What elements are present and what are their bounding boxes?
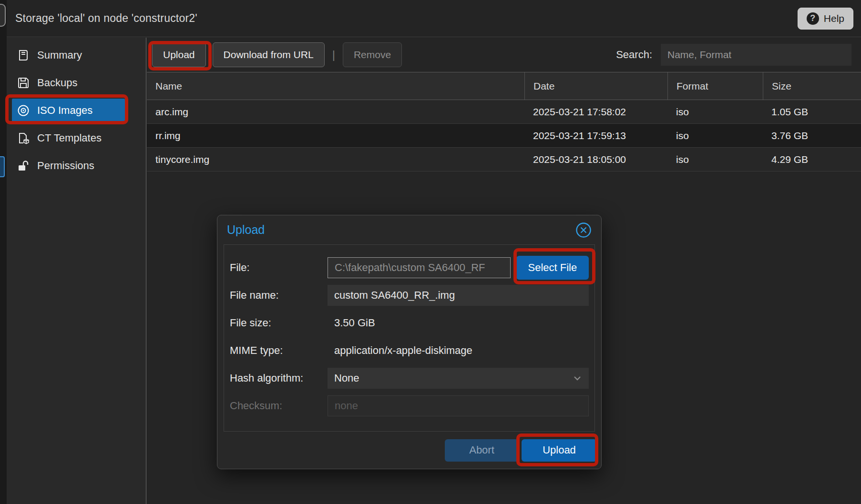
cell-name: rr.img [147,130,524,141]
sidebar-item-label: CT Templates [37,132,102,144]
column-header-date[interactable]: Date [524,72,667,100]
file-row: File: Select File [230,257,589,278]
filesize-label: File size: [230,317,328,329]
upload-dialog-header[interactable]: Upload [217,215,601,244]
checksum-label: Checksum: [230,400,328,412]
cell-date: 2025-03-21 18:05:00 [524,154,667,165]
checksum-input [328,395,589,416]
cell-date: 2025-03-21 17:58:02 [524,106,667,118]
search-label: Search: [616,49,652,61]
column-header-name[interactable]: Name [147,72,524,100]
cell-format: iso [667,106,763,118]
hidden-tree-selection-fragment [0,156,5,177]
abort-button: Abort [445,439,519,462]
search-input[interactable] [661,44,851,66]
sidebar-item-label: Backups [37,77,77,89]
book-icon [17,49,30,62]
table-row[interactable]: tinycore.img 2025-03-21 18:05:00 iso 4.2… [147,148,861,171]
mime-label: MIME type: [230,344,328,357]
titlebar: Storage 'local' on node 'constructor2' ?… [7,0,861,37]
hash-row: Hash algorithm: None [230,368,589,389]
table-row[interactable]: rr.img 2025-03-21 17:59:13 iso 3.76 GB [147,124,861,148]
checksum-row: Checksum: [230,395,589,416]
cell-format: iso [667,154,763,165]
sidebar-item-label: Permissions [37,160,94,172]
sidebar-item-iso-images[interactable]: ISO Images [12,99,125,122]
cell-size: 3.76 GB [763,130,861,141]
unlock-icon [17,159,30,172]
sidebar-item-backups[interactable]: Backups [12,71,125,95]
close-icon[interactable] [575,222,592,238]
dialog-title: Upload [227,223,265,237]
file-path-input[interactable] [328,257,511,278]
cell-date: 2025-03-21 17:59:13 [524,130,667,141]
cell-format: iso [667,130,763,141]
cell-name: tinycore.img [147,154,524,165]
toolbar-separator: | [332,48,335,61]
floppy-icon [17,76,30,90]
hash-algorithm-select[interactable]: None [328,368,589,389]
mime-value: application/x-apple-diskimage [328,344,472,357]
filename-input[interactable] [328,285,589,306]
dialog-upload-button[interactable]: Upload [522,439,597,462]
sidebar-item-permissions[interactable]: Permissions [12,154,125,178]
cd-icon [17,104,30,117]
question-circle-icon: ? [807,12,819,25]
cell-name: arc.img [147,106,524,118]
select-file-button[interactable]: Select File [516,256,589,280]
sidebar-item-label: ISO Images [37,104,92,117]
storage-sidebar: Summary Backups ISO Images CT Templates … [7,38,146,504]
toolbar: Upload Download from URL | Remove Search… [147,38,861,72]
filename-label: File name: [230,289,328,302]
hidden-panel-tab [0,4,6,27]
hash-selected-value: None [334,372,359,384]
chevron-down-icon [573,373,582,383]
file-cube-icon [17,131,30,145]
cell-size: 4.29 GB [763,154,861,165]
collapsed-panel-strip [0,0,7,504]
cell-size: 1.05 GB [763,106,861,118]
hash-label: Hash algorithm: [230,372,328,384]
upload-dialog-body: File: Select File File name: File size: … [224,244,595,432]
upload-button[interactable]: Upload [152,42,206,67]
filesize-row: File size: 3.50 GiB [230,312,589,333]
help-button-label: Help [824,13,844,24]
column-header-format[interactable]: Format [667,72,763,100]
column-header-size[interactable]: Size [763,72,861,100]
remove-button: Remove [343,42,402,67]
help-button[interactable]: ? Help [798,8,853,30]
table-header: Name Date Format Size [147,72,861,100]
filesize-value: 3.50 GiB [328,317,375,329]
search-area: Search: [616,44,861,66]
mime-row: MIME type: application/x-apple-diskimage [230,340,589,361]
page-title: Storage 'local' on node 'constructor2' [15,12,197,25]
table-row[interactable]: arc.img 2025-03-21 17:58:02 iso 1.05 GB [147,100,861,124]
filename-row: File name: [230,285,589,306]
sidebar-item-summary[interactable]: Summary [12,43,125,67]
upload-dialog: Upload File: Select File File name: File… [217,215,602,469]
sidebar-item-label: Summary [37,49,82,61]
file-label: File: [230,262,328,274]
upload-dialog-footer: Abort Upload [217,432,601,469]
sidebar-item-ct-templates[interactable]: CT Templates [12,126,125,150]
download-from-url-button[interactable]: Download from URL [213,42,325,67]
